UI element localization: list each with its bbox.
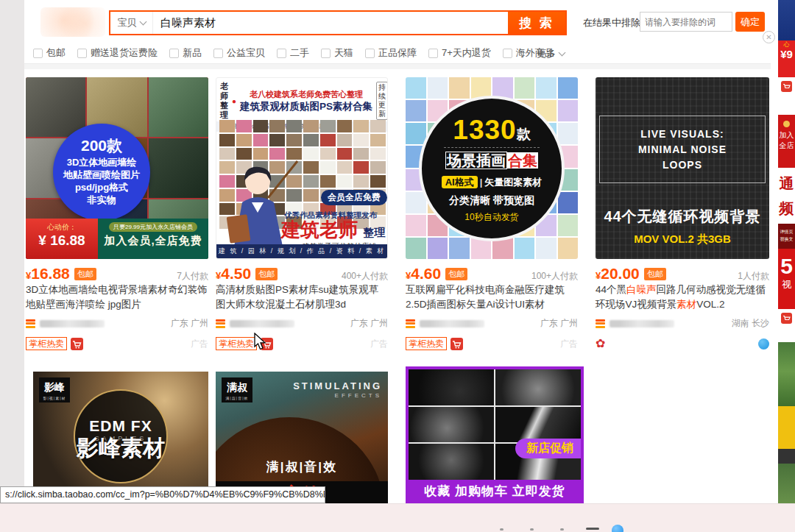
product-image[interactable]: 影峰影|视|素|材 EDM FX SAMPLES 影峰素材 (33, 372, 208, 503)
price-row: ¥ 4.50 包邮 400+人付款 (216, 265, 388, 283)
hot-sale-badge: 掌柜热卖 (26, 337, 67, 350)
product-title[interactable]: 高清材质贴图PS素材库su建筑景观草图大师木纹混凝土石材肌理3d (216, 284, 378, 310)
more-filters-link[interactable]: 更多 (537, 47, 565, 60)
paid-count: 7人付款 (177, 270, 208, 283)
seller-row: 广东 广州 (26, 317, 208, 330)
seller-name-blurred[interactable] (230, 320, 294, 327)
cover-header: 老师整理 ● 老八校建筑系老师免费苦心整理 建筑景观材质贴图PS素材合集 持续更… (216, 78, 387, 121)
filter-charity[interactable]: 公益宝贝 (213, 46, 265, 60)
seller-name-blurred[interactable] (40, 320, 105, 327)
product-image[interactable]: 1330款 场景插画合集 AI格式|矢量图案素材 分类清晰 带预览图 10秒自动… (406, 77, 578, 259)
filter-authentic[interactable]: 正品保障 (365, 46, 417, 60)
filter-bar: 包邮 赠送退货运费险 新品 公益宝贝 二手 天猫 正品保障 7+天内退货 海外商… (33, 45, 554, 61)
seller-credit-icon (596, 319, 605, 328)
cover-center-text: 满|叔|音|效 (216, 458, 388, 475)
exclude-label: 在结果中排除 (583, 16, 640, 29)
active-app-indicator (586, 528, 599, 530)
search-category-dropdown[interactable]: 宝贝 (110, 12, 153, 34)
seller-row: 广东 广州 (406, 317, 578, 330)
checkbox-icon[interactable] (33, 49, 43, 58)
product-card: 200款 3D立体地画墙绘 地贴壁画喷绘图片 psd/jpg格式 非实物 心动价… (26, 77, 208, 350)
search-input[interactable] (153, 12, 508, 34)
checkbox-icon[interactable] (77, 49, 87, 58)
checkbox-icon[interactable] (428, 49, 438, 58)
search-box: 宝贝 搜 索 (109, 10, 567, 35)
bullet-icon: ● (232, 97, 236, 105)
product-title[interactable]: 44个黑白噪声回路几何动感视觉无缝循环现场VJ视频背景素材VOL.2 (596, 284, 766, 310)
seller-credit-icon (216, 319, 225, 328)
product-image[interactable]: 200款 3D立体地画墙绘 地贴壁画喷绘图片 psd/jpg格式 非实物 心动价… (26, 77, 208, 259)
search-button[interactable]: 搜 索 (508, 12, 565, 34)
product-image[interactable]: LIVE VISUALS: MINIMAL NOISE LOOPS 44个无缝循… (596, 77, 769, 259)
currency: ¥ (596, 270, 601, 281)
paid-count: 100+人付款 (531, 270, 578, 283)
seller-name-blurred[interactable] (420, 320, 484, 327)
store-logo: 影峰影|视|素|材 (39, 377, 70, 402)
rail-gap (778, 327, 795, 342)
seller-row: 广东 广州 (216, 317, 388, 330)
cover-frame: LIVE VISUALS: MINIMAL NOISE LOOPS (599, 116, 766, 183)
product-title[interactable]: 3D立体地画墙绘电视背景墙素材奇幻装饰地贴壁画海洋喷绘 jpg图片 (26, 284, 208, 310)
product-card: 老师整理 ● 老八校建筑系老师免费苦心整理 建筑景观材质贴图PS素材合集 持续更… (216, 77, 388, 350)
location: 广东 广州 (171, 317, 208, 330)
taobao-cart-icon (71, 338, 83, 350)
rail-ad-number[interactable]: 5视 (778, 249, 795, 309)
taobao-logo[interactable] (40, 7, 105, 37)
badge-row: ✿ (596, 337, 769, 350)
new-store-promo-badge: 新店促销 (515, 439, 581, 458)
product-title[interactable]: 互联网扁平化科技电商金融医疗建筑2.5D插画图标矢量Ai设计UI素材 (406, 284, 565, 310)
promo-circle: 1330款 场景插画合集 AI格式|矢量图案素材 分类清晰 带预览图 10秒自动… (419, 96, 565, 241)
ad-label: 广告 (370, 338, 388, 350)
rail-taobao-icon (778, 77, 795, 95)
rail-ad-image[interactable] (778, 0, 795, 40)
promo-band: 心动价：¥ 16.88 只要29.99元加入永久店铺会员加入会员,全店免费 (26, 219, 208, 259)
filter-secondhand[interactable]: 二手 (277, 46, 309, 60)
filter-free-shipping[interactable]: 包邮 (33, 46, 66, 60)
checkbox-icon[interactable] (365, 49, 375, 58)
product-image[interactable]: 新店促销 收藏 加购物车 立即发货 (406, 366, 584, 503)
close-icon[interactable]: ✕ (763, 31, 775, 43)
noise-preview-grid (409, 369, 581, 480)
filter-tmall[interactable]: 天猫 (321, 46, 353, 60)
mouse-cursor (254, 333, 267, 352)
currency: ¥ (26, 270, 31, 281)
seller-name-blurred[interactable] (610, 320, 674, 327)
chevron-down-icon (559, 49, 566, 57)
price: 4.50 (221, 265, 251, 283)
checkbox-icon[interactable] (213, 49, 223, 58)
filter-return-insurance[interactable]: 赠送退货运费险 (77, 46, 158, 60)
location: 广东 广州 (350, 317, 388, 330)
notification-bubble (612, 525, 623, 532)
checkbox-icon[interactable] (321, 49, 331, 58)
product-image[interactable]: 满叔满|叔|音|效 STIMULATINGEFFECTS 满|叔|音|效 音效 (216, 372, 388, 503)
exclude-confirm-button[interactable]: 确定 (735, 12, 765, 32)
currency: ¥ (216, 270, 221, 281)
rail-taobao-icon (778, 309, 795, 327)
free-shipping-badge: 包邮 (74, 268, 96, 280)
filter-new[interactable]: 新品 (169, 46, 202, 60)
status-bar-url: s://click.simba.taobao.com/cc_im?p=%B0%D… (0, 486, 325, 503)
badge-row: 掌柜热卖 广告 (406, 337, 578, 350)
checkbox-icon[interactable] (277, 49, 286, 58)
divider (24, 63, 771, 69)
filter-7day-return[interactable]: 7+天内退货 (428, 46, 491, 60)
cover-title: STIMULATINGEFFECTS (293, 379, 382, 399)
price-row: ¥ 16.88 包邮 7人付款 (26, 265, 208, 283)
seller-row: 湖南 长沙 (596, 317, 769, 330)
exclude-input[interactable] (640, 12, 732, 32)
checkbox-icon[interactable] (169, 49, 179, 58)
checkbox-icon[interactable] (503, 49, 512, 58)
blue-service-icon[interactable] (758, 338, 769, 350)
seller-credit-icon (406, 319, 415, 328)
rail-ad-join[interactable]: 加入全店 (778, 115, 795, 168)
rail-gap (778, 95, 795, 115)
seller-credit-icon (26, 319, 35, 328)
running-indicator (530, 528, 534, 531)
chevron-down-icon (139, 18, 146, 26)
rail-ad-plants[interactable] (778, 342, 795, 503)
free-shipping-badge: 包邮 (644, 268, 666, 280)
rail-ad-title[interactable]: 通频 (778, 168, 795, 224)
rail-ad-price[interactable]: 心¥9 (778, 40, 795, 77)
product-image[interactable]: 老师整理 ● 老八校建筑系老师免费苦心整理 建筑景观材质贴图PS素材合集 持续更… (216, 77, 388, 259)
paid-count: 1人付款 (738, 270, 769, 283)
